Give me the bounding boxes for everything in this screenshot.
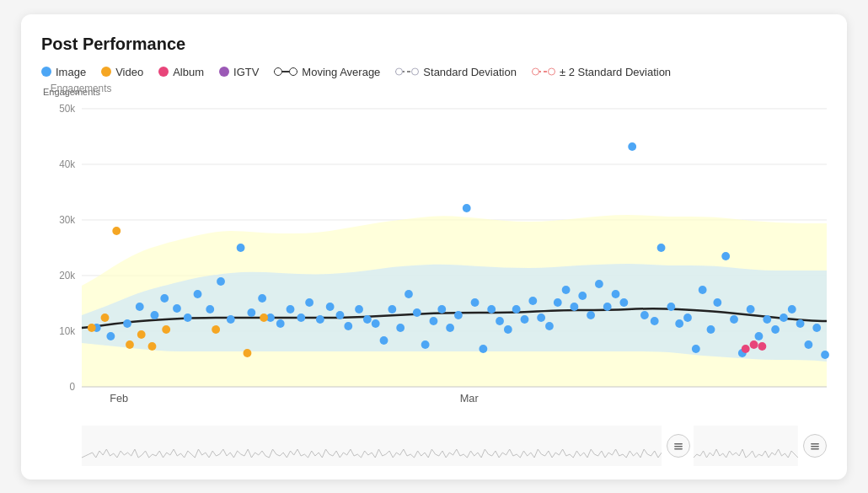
svg-point-49 — [454, 311, 463, 319]
legend-2std-dev-label: ± 2 Standard Deviation — [560, 66, 671, 78]
svg-point-95 — [101, 313, 110, 322]
minimap-svg-right — [694, 426, 798, 466]
svg-point-14 — [106, 332, 115, 340]
svg-rect-116 — [811, 446, 819, 447]
svg-point-41 — [388, 305, 396, 313]
svg-point-59 — [537, 313, 545, 322]
svg-point-82 — [730, 315, 738, 324]
svg-point-57 — [521, 315, 529, 324]
svg-point-80 — [713, 298, 721, 307]
svg-text:Feb: Feb — [110, 391, 128, 404]
svg-text:20k: 20k — [59, 269, 75, 281]
igtv-dot-icon — [219, 67, 229, 77]
svg-point-68 — [612, 290, 620, 298]
svg-text:0: 0 — [70, 380, 76, 392]
svg-point-26 — [247, 308, 255, 317]
svg-point-38 — [363, 315, 372, 324]
svg-point-94 — [88, 324, 96, 332]
page-title: Post Performance — [41, 35, 827, 54]
svg-point-87 — [771, 325, 780, 334]
legend-moving-avg: Moving Average — [274, 66, 380, 78]
svg-point-27 — [258, 294, 266, 303]
svg-rect-114 — [694, 426, 798, 466]
svg-point-104 — [742, 345, 750, 353]
svg-point-96 — [112, 227, 121, 235]
2std-dev-line-icon — [532, 71, 555, 72]
svg-point-67 — [603, 303, 612, 311]
svg-point-77 — [692, 345, 700, 353]
svg-point-17 — [151, 311, 159, 319]
svg-point-36 — [344, 322, 352, 330]
svg-point-92 — [812, 324, 821, 332]
svg-point-101 — [212, 325, 220, 334]
svg-point-73 — [657, 244, 666, 252]
svg-point-32 — [305, 298, 313, 307]
svg-point-51 — [471, 298, 480, 307]
legend-album: Album — [158, 66, 204, 78]
svg-point-34 — [326, 303, 335, 311]
svg-point-61 — [554, 298, 562, 307]
svg-rect-110 — [82, 426, 662, 466]
minimap-row — [82, 426, 827, 466]
svg-point-91 — [804, 340, 812, 349]
moving-avg-line-icon — [274, 71, 297, 72]
y-axis-label: Engagements — [43, 87, 827, 97]
svg-point-33 — [316, 315, 324, 324]
legend-image-label: Image — [56, 66, 86, 78]
legend-video: Video — [101, 66, 143, 78]
svg-point-22 — [206, 305, 214, 313]
svg-point-24 — [227, 315, 235, 324]
svg-point-54 — [496, 317, 504, 325]
minimap-btn-left[interactable] — [667, 434, 690, 458]
svg-point-103 — [260, 313, 268, 322]
svg-point-62 — [562, 286, 571, 294]
chart-area: 50k 40k 30k 20k 10k 0 Engagements — [82, 100, 827, 424]
chart-legend: Image Video Album IGTV Moving Average St… — [41, 66, 827, 78]
svg-point-25 — [237, 244, 245, 252]
svg-rect-117 — [811, 448, 819, 450]
image-dot-icon — [41, 67, 51, 77]
legend-video-label: Video — [115, 66, 143, 78]
svg-point-63 — [571, 303, 579, 311]
video-dot-icon — [101, 67, 111, 77]
minimap-btn-right[interactable] — [803, 434, 827, 458]
svg-point-37 — [355, 305, 363, 313]
svg-point-15 — [123, 319, 131, 328]
svg-point-21 — [194, 290, 202, 298]
svg-point-18 — [160, 294, 169, 303]
svg-point-105 — [750, 340, 758, 349]
svg-point-55 — [504, 325, 512, 334]
svg-point-84 — [747, 305, 755, 313]
svg-point-65 — [587, 311, 595, 319]
svg-point-64 — [578, 292, 587, 300]
album-dot-icon — [158, 67, 169, 77]
svg-rect-111 — [674, 443, 683, 445]
legend-2std-dev: ± 2 Standard Deviation — [532, 66, 671, 78]
svg-point-74 — [667, 303, 675, 311]
svg-point-20 — [184, 313, 192, 322]
svg-point-35 — [336, 311, 345, 319]
svg-point-47 — [437, 305, 446, 313]
svg-point-90 — [796, 319, 805, 328]
legend-moving-avg-label: Moving Average — [302, 66, 380, 78]
svg-rect-112 — [674, 446, 683, 447]
svg-point-48 — [446, 324, 454, 332]
svg-rect-113 — [674, 448, 683, 450]
svg-text:Mar: Mar — [460, 391, 480, 404]
legend-igtv: IGTV — [219, 66, 259, 78]
svg-text:Engagements: Engagements — [51, 82, 112, 94]
legend-image: Image — [41, 66, 86, 78]
svg-point-76 — [683, 313, 692, 322]
legend-std-dev: Standard Deviation — [395, 66, 517, 78]
minimap-svg — [82, 426, 662, 466]
svg-point-39 — [372, 319, 380, 328]
svg-point-69 — [619, 298, 628, 307]
svg-point-31 — [297, 313, 305, 322]
svg-point-71 — [640, 311, 649, 319]
svg-point-93 — [821, 351, 829, 359]
svg-point-79 — [707, 325, 715, 334]
svg-point-43 — [405, 290, 413, 298]
svg-point-50 — [463, 204, 471, 212]
svg-point-40 — [380, 336, 388, 345]
svg-point-19 — [173, 304, 181, 313]
